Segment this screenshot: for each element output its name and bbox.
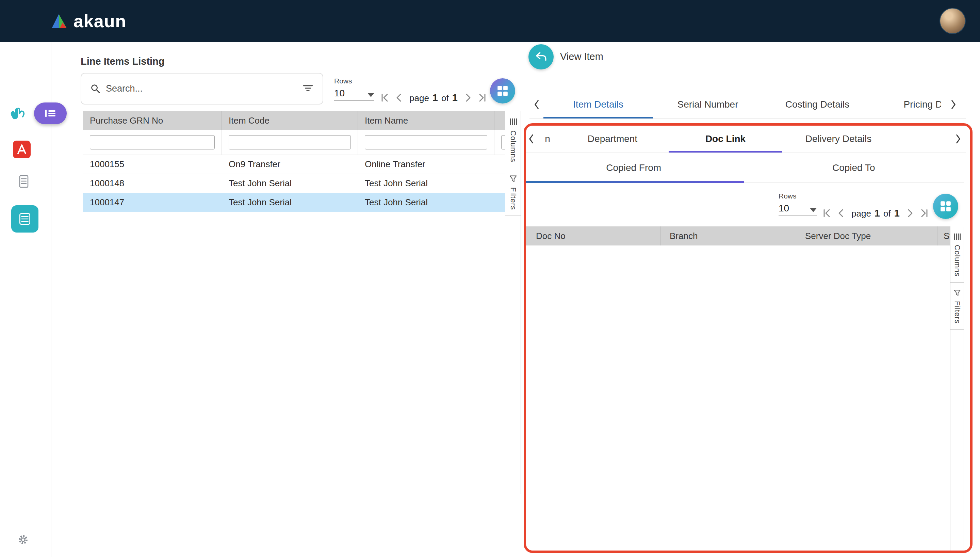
column-header: Server Doc Type [798, 226, 938, 246]
rows-per-page-select[interactable]: 10 [334, 88, 374, 101]
last-page-icon [919, 208, 930, 218]
filter-list-icon [302, 83, 314, 94]
first-page-icon [821, 208, 832, 218]
app-logo: akaun [50, 0, 126, 42]
filters-toggle[interactable]: Filters [951, 283, 964, 329]
menu-toggle-icon [44, 108, 57, 119]
tab-clipped[interactable]: n [539, 125, 557, 153]
sidebar-item-document[interactable] [16, 174, 31, 189]
table-filter-row [83, 130, 505, 155]
page-indicator: page1of1 [851, 208, 900, 219]
settings-gear-icon [16, 532, 31, 547]
tab-delivery-details[interactable]: Delivery Details [782, 125, 895, 153]
first-page-icon [379, 92, 390, 103]
logo-text: akaun [73, 11, 126, 31]
column-header: Item Name [358, 111, 495, 130]
sidebar-item-line-items-active[interactable] [11, 205, 39, 233]
line-item-row[interactable]: 1000155 On9 Transfer Online Transfer [83, 155, 505, 174]
hands-icon [8, 103, 27, 123]
rows-value: 10 [334, 88, 345, 99]
sidebar-menu-toggle[interactable] [34, 103, 67, 124]
table-header-row: Purchase GRN No Item Code Item Name [83, 111, 505, 130]
logo-triangle-icon [50, 13, 68, 29]
rows-per-page-control: Rows 10 [779, 192, 817, 216]
filters-funnel-icon [509, 174, 518, 183]
last-page-button[interactable] [477, 92, 488, 104]
subtabs-scroll-left-button[interactable] [524, 125, 539, 153]
dropdown-caret-icon [367, 93, 374, 97]
columns-icon [953, 233, 961, 241]
search-box [81, 73, 323, 104]
sidebar-item-pdf[interactable] [12, 140, 31, 159]
prev-page-icon [836, 208, 847, 218]
page-title: Line Items Listing [81, 56, 165, 67]
column-header: Purchase GRN No [83, 111, 222, 130]
column-header: Branch [661, 226, 798, 246]
columns-toggle[interactable]: Columns [505, 111, 521, 168]
filter-input-purchase-grn-no[interactable] [90, 135, 215, 150]
pagination: page1of1 [379, 89, 488, 106]
tabs-scroll-right-button[interactable] [941, 91, 966, 119]
back-button[interactable] [529, 44, 553, 70]
search-input[interactable] [106, 83, 297, 94]
rows-per-page-select[interactable]: 10 [779, 203, 817, 216]
sidebar [0, 42, 51, 557]
tabs-scroll-left-button[interactable] [529, 91, 544, 119]
first-page-button[interactable] [821, 207, 832, 219]
primary-tabs: Item Details Serial Number Costing Detai… [544, 91, 941, 119]
first-page-button[interactable] [379, 92, 390, 104]
search-filter-button[interactable] [302, 83, 314, 94]
tab-item-details[interactable]: Item Details [544, 91, 653, 119]
filter-input-item-code[interactable] [229, 135, 351, 150]
layout-grid-button[interactable] [490, 78, 515, 104]
next-page-button[interactable] [462, 92, 474, 104]
line-item-row[interactable]: 1000148 Test John Serial Test John Seria… [83, 174, 505, 193]
layout-grid-button[interactable] [933, 194, 958, 219]
filters-label: Filters [953, 301, 962, 324]
subtabs-scroll-right-button[interactable] [951, 125, 966, 153]
page-indicator: page1of1 [409, 92, 458, 104]
chevron-right-icon [949, 99, 958, 110]
columns-toggle[interactable]: Columns [951, 226, 964, 283]
line-item-row[interactable]: 1000147 Test John Serial Test John Seria… [83, 193, 505, 212]
tab-costing-details[interactable]: Costing Details [763, 91, 872, 119]
line-items-table: Purchase GRN No Item Code Item Name 1000… [83, 111, 505, 494]
rows-label: Rows [334, 77, 374, 85]
next-page-icon [904, 208, 915, 218]
tab-serial-number[interactable]: Serial Number [653, 91, 763, 119]
prev-page-button[interactable] [836, 207, 847, 219]
prev-page-button[interactable] [393, 92, 405, 104]
filters-label: Filters [509, 187, 518, 210]
chevron-left-icon [532, 99, 541, 110]
tab-copied-from[interactable]: Copied From [524, 153, 744, 182]
sidebar-item-app-home[interactable] [7, 102, 28, 124]
doc-link-table-header: Doc No Branch Server Doc Type St [524, 226, 950, 246]
top-bar: akaun [0, 0, 980, 42]
grid-icon [496, 85, 509, 97]
filter-input-item-name[interactable] [365, 135, 487, 150]
column-header-partial: St [938, 226, 950, 246]
tab-pricing-details[interactable]: Pricing Det [872, 91, 941, 119]
rows-value: 10 [779, 203, 789, 214]
pdf-icon [12, 140, 31, 159]
document-icon [16, 174, 31, 189]
column-header: Doc No [524, 226, 661, 246]
search-icon [90, 83, 101, 94]
tab-doc-link[interactable]: Doc Link [668, 125, 782, 153]
sidebar-item-settings[interactable] [16, 532, 31, 547]
primary-tab-bar: Item Details Serial Number Costing Detai… [529, 91, 966, 119]
next-page-button[interactable] [904, 207, 916, 219]
column-header-partial [495, 111, 505, 130]
copied-tab-bar: Copied From Copied To [524, 153, 964, 183]
last-page-button[interactable] [919, 207, 930, 219]
filters-toggle[interactable]: Filters [505, 168, 521, 216]
tab-department[interactable]: Department [557, 125, 668, 153]
user-avatar[interactable] [939, 8, 966, 34]
tab-copied-to[interactable]: Copied To [744, 153, 964, 182]
view-item-title: View Item [560, 51, 603, 62]
chevron-right-icon [954, 134, 963, 144]
secondary-tab-bar: n Department Doc Link Delivery Details [524, 125, 966, 153]
columns-label: Columns [509, 130, 518, 163]
columns-label: Columns [953, 245, 962, 277]
back-arrow-icon [534, 50, 548, 64]
